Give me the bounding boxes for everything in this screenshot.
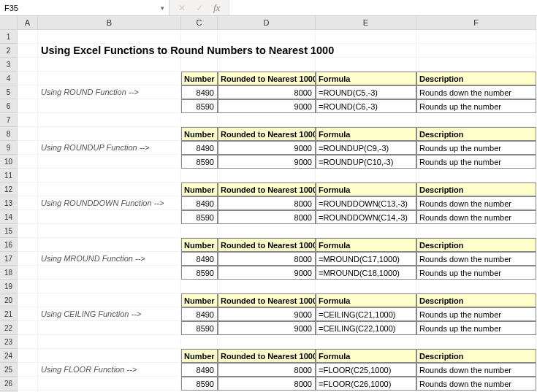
cell[interactable] bbox=[218, 113, 316, 127]
cell-rounded[interactable]: 9000 bbox=[218, 141, 316, 155]
cell[interactable] bbox=[18, 224, 38, 238]
cell[interactable] bbox=[18, 127, 38, 141]
cell[interactable] bbox=[218, 169, 316, 182]
row-header[interactable]: 24 bbox=[0, 349, 18, 363]
cell[interactable] bbox=[18, 141, 38, 155]
row-header[interactable]: 9 bbox=[0, 141, 18, 155]
cell-desc[interactable]: Rounds up the number bbox=[416, 266, 536, 280]
col-header-description[interactable]: Description bbox=[416, 349, 536, 363]
row-header[interactable]: 19 bbox=[0, 280, 18, 293]
cell[interactable] bbox=[218, 335, 316, 349]
cell[interactable] bbox=[18, 363, 38, 377]
cell[interactable] bbox=[38, 72, 181, 85]
cell-number[interactable]: 8490 bbox=[181, 196, 218, 210]
cell-number[interactable]: 8590 bbox=[181, 321, 218, 335]
cell-desc[interactable]: Rounds up the number bbox=[416, 321, 536, 335]
cell-formula[interactable]: =CEILING(C21,1000) bbox=[316, 307, 416, 321]
cell[interactable] bbox=[18, 44, 38, 58]
cell[interactable] bbox=[416, 169, 536, 182]
accept-icon[interactable]: ✓ bbox=[196, 3, 203, 13]
col-header-number[interactable]: Number bbox=[181, 182, 218, 196]
col-header-formula[interactable]: Formula bbox=[316, 349, 416, 363]
cell[interactable] bbox=[38, 30, 181, 44]
cell[interactable] bbox=[38, 349, 181, 363]
cell[interactable] bbox=[18, 196, 38, 210]
cell-number[interactable]: 8490 bbox=[181, 307, 218, 321]
row-header[interactable]: 22 bbox=[0, 321, 18, 335]
cell[interactable] bbox=[38, 127, 181, 141]
cell[interactable] bbox=[316, 169, 416, 182]
cell[interactable] bbox=[416, 280, 536, 293]
cell[interactable] bbox=[38, 266, 181, 280]
col-header-number[interactable]: Number bbox=[181, 72, 218, 85]
row-header[interactable]: 18 bbox=[0, 266, 18, 280]
cell-number[interactable]: 8490 bbox=[181, 85, 218, 99]
cell-rounded[interactable]: 9000 bbox=[218, 155, 316, 169]
cell[interactable] bbox=[218, 224, 316, 238]
cell-formula[interactable]: =ROUNDUP(C9,-3) bbox=[316, 141, 416, 155]
cell-desc[interactable]: Rounds up the number bbox=[416, 99, 536, 113]
row-header[interactable]: 21 bbox=[0, 307, 18, 321]
row-header[interactable]: 20 bbox=[0, 293, 18, 307]
cell[interactable] bbox=[18, 252, 38, 266]
row-header[interactable]: 15 bbox=[0, 224, 18, 238]
page-title-cell[interactable]: Using Excel Functions to Round Numbers t… bbox=[38, 44, 181, 58]
cell-rounded[interactable]: 9000 bbox=[218, 321, 316, 335]
section-label[interactable]: Using ROUND Function --> bbox=[38, 85, 181, 99]
cell-number[interactable]: 8590 bbox=[181, 210, 218, 224]
cell-formula[interactable]: =MROUND(C18,1000) bbox=[316, 266, 416, 280]
cell[interactable] bbox=[38, 280, 181, 293]
cell[interactable] bbox=[416, 58, 536, 72]
cell[interactable] bbox=[18, 58, 38, 72]
fx-icon[interactable]: fx bbox=[213, 2, 220, 14]
col-header-formula[interactable]: Formula bbox=[316, 293, 416, 307]
cell[interactable] bbox=[181, 30, 218, 44]
cell[interactable] bbox=[316, 113, 416, 127]
cell-desc[interactable]: Rounds down the number bbox=[416, 85, 536, 99]
col-header-rounded[interactable]: Rounded to Nearest 1000 bbox=[218, 182, 316, 196]
cell[interactable] bbox=[316, 280, 416, 293]
cell[interactable] bbox=[18, 85, 38, 99]
cell[interactable] bbox=[38, 335, 181, 349]
cell[interactable] bbox=[18, 321, 38, 335]
col-header-formula[interactable]: Formula bbox=[316, 72, 416, 85]
cell[interactable] bbox=[18, 293, 38, 307]
name-box-dropdown-icon[interactable]: ▾ bbox=[161, 4, 164, 12]
cell-number[interactable]: 8490 bbox=[181, 252, 218, 266]
cell-desc[interactable]: Rounds down the number bbox=[416, 252, 536, 266]
section-label[interactable]: Using ROUNDDOWN Function --> bbox=[38, 196, 181, 210]
row-header[interactable]: 2 bbox=[0, 44, 18, 58]
cell[interactable] bbox=[18, 266, 38, 280]
col-header-description[interactable]: Description bbox=[416, 72, 536, 85]
row-header[interactable]: 10 bbox=[0, 155, 18, 169]
cell-number[interactable]: 8590 bbox=[181, 266, 218, 280]
row-header[interactable]: 25 bbox=[0, 363, 18, 377]
cell-number[interactable]: 8490 bbox=[181, 363, 218, 377]
cell-rounded[interactable]: 9000 bbox=[218, 266, 316, 280]
cell-desc[interactable]: Rounds up the number bbox=[416, 155, 536, 169]
col-header-description[interactable]: Description bbox=[416, 127, 536, 141]
cell-number[interactable]: 8590 bbox=[181, 377, 218, 391]
cell[interactable] bbox=[218, 30, 316, 44]
col-header-formula[interactable]: Formula bbox=[316, 182, 416, 196]
cell[interactable] bbox=[38, 99, 181, 113]
col-header-rounded[interactable]: Rounded to Nearest 1000 bbox=[218, 349, 316, 363]
row-header[interactable]: 11 bbox=[0, 169, 18, 182]
col-header-rounded[interactable]: Rounded to Nearest 1000 bbox=[218, 72, 316, 85]
cell[interactable] bbox=[38, 321, 181, 335]
cell[interactable] bbox=[316, 58, 416, 72]
cell[interactable] bbox=[18, 349, 38, 363]
cell[interactable] bbox=[38, 224, 181, 238]
row-header[interactable]: 5 bbox=[0, 85, 18, 99]
cell-desc[interactable]: Rounds up the number bbox=[416, 141, 536, 155]
cell[interactable] bbox=[181, 113, 218, 127]
cell-formula[interactable]: =FLOOR(C25,1000) bbox=[316, 363, 416, 377]
cell[interactable] bbox=[316, 224, 416, 238]
cell-desc[interactable]: Rounds down the number bbox=[416, 210, 536, 224]
spreadsheet-grid[interactable]: A B C D E F 1 2 Using Excel Functions to… bbox=[0, 16, 537, 392]
cell[interactable] bbox=[416, 224, 536, 238]
cancel-icon[interactable]: ✕ bbox=[178, 3, 186, 13]
row-header[interactable]: 23 bbox=[0, 335, 18, 349]
cell-rounded[interactable]: 8000 bbox=[218, 85, 316, 99]
cell-rounded[interactable]: 8000 bbox=[218, 363, 316, 377]
